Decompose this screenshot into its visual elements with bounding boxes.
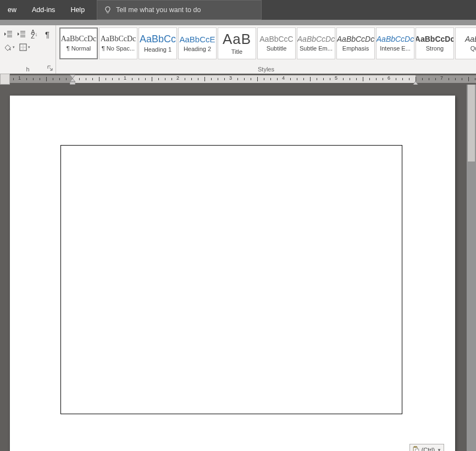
style-name-label: Subtitle	[267, 45, 287, 52]
shading-button[interactable]: ▾	[3, 41, 15, 53]
paragraph-group: AZ↓ ¶ ▾ ▾ h	[0, 25, 56, 74]
decrease-indent-button[interactable]	[3, 28, 13, 40]
style-name-label: Title	[231, 48, 242, 55]
style-qu[interactable]: AaBbQu	[455, 27, 476, 59]
tell-me-placeholder: Tell me what you want to do	[116, 6, 201, 14]
ruler-number: 6	[388, 75, 390, 81]
ribbon: AZ↓ ¶ ▾ ▾ h A	[0, 20, 476, 74]
style-preview: AaB	[223, 32, 251, 46]
style-name-label: ¶ No Spac...	[102, 45, 135, 52]
style-preview: AaBbCcDc	[61, 35, 97, 43]
style-normal[interactable]: AaBbCcDc¶ Normal	[59, 27, 98, 59]
vertical-scrollbar[interactable]	[467, 85, 476, 451]
style-preview: AaBbCcDc	[297, 35, 335, 43]
style-preview: AaBbCcDc	[337, 35, 374, 43]
svg-rect-3	[414, 446, 417, 448]
style-subtle-em[interactable]: AaBbCcDcSubtle Em...	[297, 27, 335, 59]
menu-item-add-ins[interactable]: Add-ins	[24, 0, 63, 20]
chevron-down-icon: ▼	[437, 448, 441, 452]
style-heading-1[interactable]: AaBbCcHeading 1	[139, 27, 177, 59]
ruler-number: 7	[440, 75, 443, 81]
style-preview: AaBbCcDc	[101, 35, 136, 43]
horizontal-ruler[interactable]: 112345678	[10, 74, 476, 85]
ruler-number: 1	[124, 75, 126, 81]
ruler-number: 4	[282, 75, 285, 81]
clipboard-icon	[412, 446, 419, 451]
borders-icon	[19, 43, 27, 51]
svg-rect-4	[415, 449, 418, 451]
sort-button[interactable]: AZ↓	[30, 28, 40, 40]
menu-item-ew[interactable]: ew	[0, 0, 24, 20]
style-intense-e[interactable]: AaBbCcDcIntense E...	[376, 27, 414, 59]
style-name-label: Emphasis	[342, 45, 369, 52]
menu-bar: ewAdd-insHelp Tell me what you want to d…	[0, 0, 476, 20]
paste-options-button[interactable]: (Ctrl) ▼	[409, 444, 444, 451]
style-title[interactable]: AaBTitle	[218, 27, 256, 59]
style-preview: AaBbCcDc	[377, 35, 414, 43]
style-emphasis[interactable]: AaBbCcDcEmphasis	[336, 27, 375, 59]
style-preview: AaBbCcE	[179, 35, 215, 43]
style-preview: AaBbCcC	[259, 35, 293, 43]
style-name-label: Subtle Em...	[300, 45, 333, 52]
style-subtitle[interactable]: AaBbCcCSubtitle	[257, 27, 296, 59]
style-name-label: Qu	[471, 45, 476, 52]
style-name-label: Intense E...	[380, 45, 411, 52]
text-box[interactable]	[60, 145, 402, 414]
paint-bucket-icon	[4, 43, 12, 51]
scrollbar-thumb[interactable]	[468, 85, 475, 162]
increase-indent-button[interactable]	[16, 28, 26, 40]
paragraph-dialog-launcher[interactable]	[46, 64, 54, 72]
styles-gallery[interactable]: AaBbCcDc¶ NormalAaBbCcDc¶ No Spac...AaBb…	[56, 25, 476, 74]
ruler-number: 5	[335, 75, 337, 81]
ruler-corner[interactable]	[0, 74, 10, 85]
style-name-label: ¶ Normal	[67, 45, 91, 52]
style-preview: AaBb	[465, 35, 476, 43]
ruler-area: 112345678	[0, 74, 476, 85]
style-strong[interactable]: AaBbCcDcStrong	[416, 27, 454, 59]
style-no-spac[interactable]: AaBbCcDc¶ No Spac...	[99, 27, 137, 59]
tell-me-search[interactable]: Tell me what you want to do	[97, 0, 262, 20]
ruler-number: 2	[176, 75, 179, 81]
show-paragraph-marks-button[interactable]: ¶	[42, 28, 52, 40]
style-preview: AaBbCc	[140, 34, 176, 44]
lightbulb-icon	[104, 6, 112, 14]
styles-group-label: Styles	[56, 66, 476, 73]
paste-options-label: (Ctrl)	[422, 447, 435, 451]
style-preview: AaBbCcDc	[416, 35, 454, 43]
page[interactable]: (Ctrl) ▼	[10, 96, 455, 451]
ruler-number: 3	[229, 75, 232, 81]
style-heading-2[interactable]: AaBbCcEHeading 2	[178, 27, 217, 59]
menu-item-help[interactable]: Help	[63, 0, 92, 20]
ruler-number: 1	[18, 75, 21, 81]
document-area: (Ctrl) ▼	[0, 85, 476, 451]
style-name-label: Heading 2	[184, 46, 211, 52]
style-name-label: Heading 1	[144, 46, 171, 53]
borders-button[interactable]: ▾	[19, 41, 31, 53]
style-name-label: Strong	[426, 45, 444, 52]
